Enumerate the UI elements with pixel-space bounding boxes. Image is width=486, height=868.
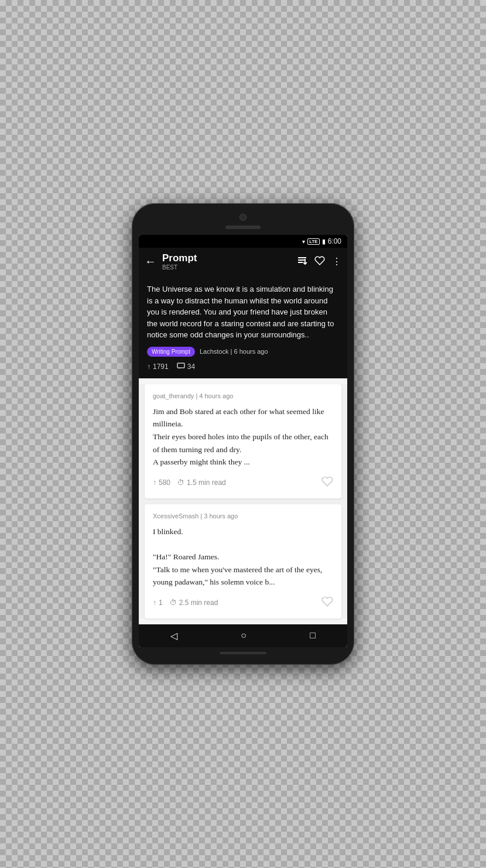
status-time: 6:00 [328,237,341,245]
upvote-icon: ↑ [153,479,156,487]
phone-camera [239,214,247,221]
response-text-2: I blinked."Ha!" Roared James."Talk to me… [153,525,333,589]
upvote-stat: ↑ 1791 [147,363,169,371]
response-author-2: XcessiveSmash | 3 hours ago [153,512,333,520]
nav-bar: ◁ ○ □ [139,624,347,647]
prompt-card: The Universe as we know it is a simulati… [139,275,347,378]
response-footer-2: ↑ 1 ⏱ 2.5 min read [153,596,333,610]
response-author-1: goat_therandy | 4 hours ago [153,392,333,399]
clock-icon: ⏱ [170,599,177,607]
response-card: goat_therandy | 4 hours ago Jim and Bob … [145,384,341,498]
app-bar: ← Prompt BEST [139,248,347,275]
response-readtime-2: ⏱ 2.5 min read [170,599,218,607]
status-bar: ▾ LTE ▮ 6:00 [139,235,347,248]
like-button-1[interactable] [321,476,333,490]
back-button[interactable]: ← [145,255,156,268]
response-stats-1: ↑ 580 ⏱ 1.5 min read [153,479,226,487]
response-stats-2: ↑ 1 ⏱ 2.5 min read [153,599,218,607]
comment-count: 34 [187,363,195,371]
more-options-icon[interactable]: ⋮ [332,256,341,267]
upvote-icon: ↑ [153,599,156,607]
phone-speaker [225,225,261,229]
svg-rect-4 [177,363,184,368]
response-text-1: Jim and Bob stared at each other for wha… [153,405,333,469]
nav-recents-button[interactable]: □ [310,630,316,641]
screen-title: Prompt [162,252,297,264]
nav-back-button[interactable]: ◁ [170,630,177,641]
prompt-meta: Writing Prompt Lachstock | 6 hours ago [147,347,339,357]
phone-home-bar [220,652,266,654]
battery-icon: ▮ [322,238,326,245]
like-button-2[interactable] [321,596,333,610]
app-bar-actions: ⋮ [297,255,341,268]
upvote-count: 1791 [153,363,169,371]
upvote-icon: ↑ [147,363,150,371]
response-readtime-1: ⏱ 1.5 min read [177,479,226,487]
prompt-text: The Universe as we know it is a simulati… [147,283,339,341]
response-upvote-1: ↑ 580 [153,479,170,487]
response-upvote-2: ↑ 1 [153,599,163,607]
app-bar-title: Prompt BEST [162,252,297,271]
phone-screen: ▾ LTE ▮ 6:00 ← Prompt BEST [139,235,347,647]
prompt-stats: ↑ 1791 34 [147,363,339,371]
response-card-2: XcessiveSmash | 3 hours ago I blinked."H… [145,504,341,618]
sort-icon[interactable] [297,255,307,268]
comment-stat: 34 [177,363,195,371]
screen-subtitle: BEST [162,264,297,271]
comment-icon [177,363,185,371]
phone-device: ▾ LTE ▮ 6:00 ← Prompt BEST [132,203,354,664]
prompt-author: Lachstock | 6 hours ago [200,348,268,355]
favorite-icon[interactable] [314,255,325,268]
nav-home-button[interactable]: ○ [241,630,247,641]
wifi-icon: ▾ [302,238,305,245]
clock-icon: ⏱ [177,479,184,487]
responses-container: goat_therandy | 4 hours ago Jim and Bob … [139,384,347,618]
status-icons: ▾ LTE ▮ 6:00 [302,237,341,245]
lte-icon: LTE [307,238,320,245]
writing-prompt-tag[interactable]: Writing Prompt [147,347,195,357]
response-footer-1: ↑ 580 ⏱ 1.5 min read [153,476,333,490]
